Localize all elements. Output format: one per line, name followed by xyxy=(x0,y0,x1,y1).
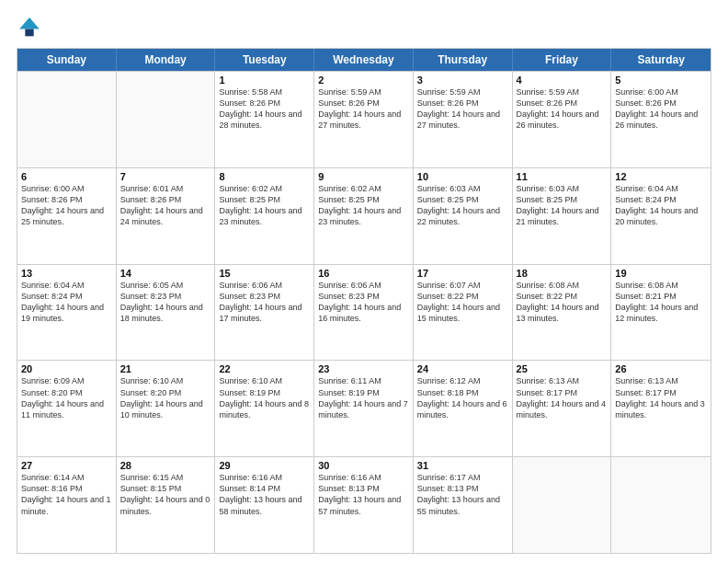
cell-info: Sunrise: 6:00 AM xyxy=(615,86,707,98)
cell-info: Sunrise: 6:00 AM xyxy=(21,183,112,194)
calendar-cell: 2Sunrise: 5:59 AMSunset: 8:26 PMDaylight… xyxy=(314,72,414,167)
cell-info: Sunrise: 6:10 AM xyxy=(120,375,211,386)
cell-info: Daylight: 14 hours and 15 minutes. xyxy=(417,302,508,324)
calendar-cell xyxy=(17,72,117,167)
header-cell-sunday: Sunday xyxy=(17,49,117,71)
header-cell-tuesday: Tuesday xyxy=(215,49,314,71)
calendar-cell: 7Sunrise: 6:01 AMSunset: 8:26 PMDaylight… xyxy=(117,168,216,264)
day-number: 3 xyxy=(417,75,508,86)
cell-info: Sunset: 8:19 PM xyxy=(219,387,310,398)
day-number: 21 xyxy=(120,363,211,374)
cell-info: Sunset: 8:24 PM xyxy=(615,194,707,205)
cell-info: Sunset: 8:26 PM xyxy=(417,98,508,109)
cell-info: Daylight: 14 hours and 22 minutes. xyxy=(417,205,508,227)
day-number: 14 xyxy=(120,268,211,279)
day-number: 2 xyxy=(318,75,409,86)
cell-info: Daylight: 14 hours and 10 minutes. xyxy=(120,398,211,420)
svg-rect-2 xyxy=(25,29,33,37)
cell-info: Daylight: 14 hours and 19 minutes. xyxy=(21,302,112,324)
cell-info: Sunset: 8:17 PM xyxy=(615,387,707,398)
day-number: 13 xyxy=(21,268,112,279)
cell-info: Sunset: 8:25 PM xyxy=(219,194,310,205)
calendar-cell: 6Sunrise: 6:00 AMSunset: 8:26 PMDaylight… xyxy=(17,168,117,264)
calendar-row: 20Sunrise: 6:09 AMSunset: 8:20 PMDayligh… xyxy=(17,360,711,456)
calendar-cell: 22Sunrise: 6:10 AMSunset: 8:19 PMDayligh… xyxy=(215,361,314,456)
day-number: 1 xyxy=(219,75,310,86)
cell-info: Sunset: 8:26 PM xyxy=(318,98,409,109)
cell-info: Sunset: 8:26 PM xyxy=(21,194,112,205)
cell-info: Sunrise: 6:16 AM xyxy=(219,472,310,483)
cell-info: Daylight: 14 hours and 26 minutes. xyxy=(517,109,608,131)
page: SundayMondayTuesdayWednesdayThursdayFrid… xyxy=(0,0,728,563)
calendar-row: 6Sunrise: 6:00 AMSunset: 8:26 PMDaylight… xyxy=(17,167,711,264)
cell-info: Sunrise: 6:08 AM xyxy=(517,280,608,291)
cell-info: Daylight: 14 hours and 16 minutes. xyxy=(318,302,409,324)
logo xyxy=(17,15,46,40)
cell-info: Sunset: 8:24 PM xyxy=(21,291,112,302)
cell-info: Daylight: 14 hours and 4 minutes. xyxy=(517,398,608,420)
cell-info: Sunrise: 6:15 AM xyxy=(120,472,211,483)
cell-info: Sunrise: 6:07 AM xyxy=(417,280,508,291)
cell-info: Sunrise: 6:05 AM xyxy=(120,280,211,291)
cell-info: Sunset: 8:14 PM xyxy=(219,483,310,494)
cell-info: Daylight: 14 hours and 20 minutes. xyxy=(615,205,707,227)
calendar-row: 1Sunrise: 5:58 AMSunset: 8:26 PMDaylight… xyxy=(17,71,711,167)
cell-info: Sunrise: 6:16 AM xyxy=(318,472,409,483)
cell-info: Sunset: 8:13 PM xyxy=(417,483,508,494)
calendar-cell: 29Sunrise: 6:16 AMSunset: 8:14 PMDayligh… xyxy=(215,457,314,553)
cell-info: Daylight: 14 hours and 12 minutes. xyxy=(615,302,707,324)
calendar-cell: 24Sunrise: 6:12 AMSunset: 8:18 PMDayligh… xyxy=(414,361,513,456)
calendar-row: 13Sunrise: 6:04 AMSunset: 8:24 PMDayligh… xyxy=(17,264,711,361)
cell-info: Daylight: 13 hours and 57 minutes. xyxy=(318,494,409,516)
cell-info: Sunrise: 6:10 AM xyxy=(219,375,310,386)
cell-info: Sunset: 8:15 PM xyxy=(120,483,211,494)
cell-info: Sunset: 8:20 PM xyxy=(120,387,211,398)
calendar-row: 27Sunrise: 6:14 AMSunset: 8:16 PMDayligh… xyxy=(17,456,711,553)
cell-info: Sunrise: 6:02 AM xyxy=(318,183,409,194)
day-number: 28 xyxy=(120,460,211,471)
cell-info: Sunrise: 6:03 AM xyxy=(417,183,508,194)
cell-info: Daylight: 14 hours and 26 minutes. xyxy=(615,109,707,131)
calendar-cell: 16Sunrise: 6:06 AMSunset: 8:23 PMDayligh… xyxy=(314,265,414,361)
calendar-cell: 13Sunrise: 6:04 AMSunset: 8:24 PMDayligh… xyxy=(17,265,117,361)
cell-info: Sunset: 8:25 PM xyxy=(517,194,608,205)
cell-info: Daylight: 14 hours and 11 minutes. xyxy=(21,398,112,420)
cell-info: Daylight: 14 hours and 17 minutes. xyxy=(219,302,310,324)
calendar-cell: 17Sunrise: 6:07 AMSunset: 8:22 PMDayligh… xyxy=(414,265,513,361)
cell-info: Sunset: 8:22 PM xyxy=(517,291,608,302)
day-number: 23 xyxy=(318,363,409,374)
day-number: 7 xyxy=(120,171,211,182)
cell-info: Daylight: 14 hours and 6 minutes. xyxy=(417,398,508,420)
cell-info: Sunset: 8:18 PM xyxy=(417,387,508,398)
calendar-cell: 23Sunrise: 6:11 AMSunset: 8:19 PMDayligh… xyxy=(314,361,414,456)
cell-info: Sunset: 8:26 PM xyxy=(219,98,310,109)
cell-info: Sunset: 8:26 PM xyxy=(120,194,211,205)
header-cell-monday: Monday xyxy=(117,49,216,71)
cell-info: Sunrise: 6:01 AM xyxy=(120,183,211,194)
calendar-cell: 11Sunrise: 6:03 AMSunset: 8:25 PMDayligh… xyxy=(513,168,612,264)
header-cell-friday: Friday xyxy=(513,49,612,71)
cell-info: Sunrise: 5:59 AM xyxy=(318,86,409,98)
calendar-cell: 18Sunrise: 6:08 AMSunset: 8:22 PMDayligh… xyxy=(513,265,612,361)
cell-info: Sunset: 8:25 PM xyxy=(318,194,409,205)
cell-info: Sunrise: 6:02 AM xyxy=(219,183,310,194)
cell-info: Daylight: 14 hours and 24 minutes. xyxy=(120,205,211,227)
cell-info: Sunrise: 6:11 AM xyxy=(318,375,409,386)
cell-info: Sunset: 8:19 PM xyxy=(318,387,409,398)
cell-info: Daylight: 14 hours and 0 minutes. xyxy=(120,494,211,516)
calendar-cell: 10Sunrise: 6:03 AMSunset: 8:25 PMDayligh… xyxy=(414,168,513,264)
cell-info: Sunrise: 6:12 AM xyxy=(417,375,508,386)
cell-info: Daylight: 14 hours and 13 minutes. xyxy=(517,302,608,324)
cell-info: Daylight: 13 hours and 55 minutes. xyxy=(417,494,508,516)
day-number: 18 xyxy=(517,268,608,279)
day-number: 12 xyxy=(615,171,707,182)
cell-info: Daylight: 14 hours and 21 minutes. xyxy=(517,205,608,227)
cell-info: Sunset: 8:16 PM xyxy=(21,483,112,494)
calendar-cell: 12Sunrise: 6:04 AMSunset: 8:24 PMDayligh… xyxy=(611,168,711,264)
cell-info: Sunrise: 6:04 AM xyxy=(21,280,112,291)
day-number: 19 xyxy=(615,268,707,279)
calendar-cell xyxy=(611,457,711,553)
cell-info: Daylight: 14 hours and 27 minutes. xyxy=(417,109,508,131)
cell-info: Daylight: 13 hours and 58 minutes. xyxy=(219,494,310,516)
header-cell-saturday: Saturday xyxy=(611,49,711,71)
